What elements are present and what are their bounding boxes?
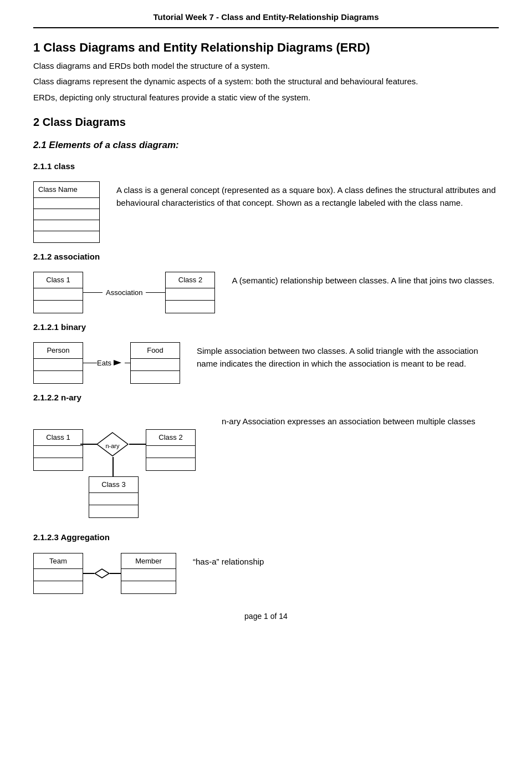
page-footer: page 1 of 14 <box>33 611 499 622</box>
assoc-desc-text: A (semantic) relationship between classe… <box>232 274 499 287</box>
aggregation-diagram: Team Member <box>33 553 176 595</box>
arrow-triangle-icon <box>114 359 122 367</box>
binary-diagram-section: Person Eats Food Simple association betw… <box>33 342 499 384</box>
class-diagram-section: Class Name A class is a general concept … <box>33 181 499 243</box>
section-2121-heading: 2.1.2.1 binary <box>33 321 499 334</box>
nary-class3-attrs <box>89 493 138 505</box>
agg-assoc-diagram: Team Member <box>33 553 176 595</box>
assoc-line-left <box>83 292 103 293</box>
intro-p3: ERDs, depicting only structural features… <box>33 92 499 104</box>
binary-description: Simple association between two classes. … <box>197 342 499 374</box>
assoc-line-right <box>146 292 165 293</box>
nary-container: Class 1 n-ary Class 2 <box>33 413 205 524</box>
assoc-class2-label: Class 2 <box>166 272 214 288</box>
person-methods <box>34 371 83 383</box>
intro-p1: Class diagrams and ERDs both model the s… <box>33 60 499 73</box>
nary-class2-attrs <box>146 446 195 458</box>
assoc-class2-attrs <box>166 288 214 301</box>
team-label: Team <box>34 553 83 570</box>
association-diagram-section: Class 1 Association Class 2 A (semantic)… <box>33 272 499 313</box>
person-label: Person <box>34 343 83 359</box>
nary-diagram: Class 1 n-ary Class 2 <box>33 413 205 524</box>
class-name-box: Class Name <box>33 181 100 243</box>
binary-line-left <box>83 363 97 364</box>
assoc-class2-methods <box>166 301 214 313</box>
nary-vert-line <box>112 457 114 476</box>
member-label: Member <box>121 553 176 570</box>
nary-class1-box: Class 1 <box>33 429 83 471</box>
member-box: Member <box>121 553 176 595</box>
nary-diagram-section: Class 1 n-ary Class 2 <box>33 413 499 524</box>
aggregation-diamond-icon <box>94 568 110 578</box>
page-number: page 1 of 14 <box>244 612 288 621</box>
assoc-diagram: Class 1 Association Class 2 <box>33 272 215 313</box>
agg-desc-text: “has-a” relationship <box>193 555 499 568</box>
food-box: Food <box>130 342 180 384</box>
section-212-heading: 2.1.2 association <box>33 251 499 263</box>
nary-class2-box: Class 2 <box>146 429 196 471</box>
nary-class2-label: Class 2 <box>146 430 195 446</box>
intro-p2: Class diagrams represent the dynamic asp… <box>33 75 499 88</box>
aggregation-diagram-section: Team Member “has-a” relationship <box>33 553 499 595</box>
eats-label: Eats <box>97 358 111 369</box>
class-name-label: Class Name <box>34 182 99 198</box>
agg-line-left <box>83 573 94 574</box>
assoc-label: Association <box>106 287 142 298</box>
nary-line-left <box>80 444 97 445</box>
assoc-class1-label: Class 1 <box>34 272 83 288</box>
nary-diamond-container: n-ary <box>96 431 129 461</box>
nary-class3-methods <box>89 505 138 517</box>
binary-assoc-diagram: Person Eats Food <box>33 342 180 384</box>
section-21-heading: 2.1 Elements of a class diagram: <box>33 138 499 153</box>
section-2-heading: 2 Class Diagrams <box>33 114 499 130</box>
section-2122-heading: 2.1.2.2 n-ary <box>33 392 499 404</box>
assoc-class2-box: Class 2 <box>165 272 215 313</box>
food-attrs <box>131 359 180 371</box>
class-method-row1 <box>34 220 99 231</box>
binary-diagram: Person Eats Food <box>33 342 180 384</box>
food-methods <box>131 371 180 383</box>
binary-desc-text: Simple association between two classes. … <box>197 344 499 370</box>
member-attrs <box>121 569 176 581</box>
assoc-class1-methods <box>34 301 83 313</box>
nary-class1-label: Class 1 <box>34 430 83 446</box>
nary-desc-text: n-ary Association expresses an associati… <box>222 415 499 428</box>
main-heading: 1 Class Diagrams and Entity Relationship… <box>33 38 499 57</box>
nary-class1-attrs <box>34 446 83 458</box>
class-desc-text: A class is a general concept (represente… <box>116 184 499 210</box>
page-header: Tutorial Week 7 - Class and Entity-Relat… <box>33 11 499 28</box>
person-attrs <box>34 359 83 371</box>
team-box: Team <box>33 553 83 595</box>
nary-class2-methods <box>146 458 195 470</box>
assoc-class1-box: Class 1 <box>33 272 83 313</box>
nary-class3-label: Class 3 <box>89 477 138 493</box>
person-box: Person <box>33 342 83 384</box>
nary-class1-methods <box>34 458 83 470</box>
class-description: A class is a general concept (represente… <box>116 181 499 213</box>
agg-line-right <box>110 573 121 574</box>
assoc-description: A (semantic) relationship between classe… <box>232 272 499 290</box>
food-label: Food <box>131 343 180 359</box>
member-methods <box>121 581 176 593</box>
assoc-class1-attrs <box>34 288 83 301</box>
class-name-diagram: Class Name <box>33 181 100 243</box>
class-attr-row1 <box>34 198 99 209</box>
agg-description: “has-a” relationship <box>193 553 499 571</box>
binary-line-right <box>125 363 130 364</box>
nary-description: n-ary Association expresses an associati… <box>222 413 499 431</box>
association-diagram: Class 1 Association Class 2 <box>33 272 215 313</box>
svg-marker-0 <box>114 360 121 365</box>
nary-line-right <box>129 444 146 445</box>
section-2123-heading: 2.1.2.3 Aggregation <box>33 531 499 544</box>
team-methods <box>34 581 83 593</box>
svg-marker-2 <box>95 569 109 578</box>
nary-class3-box: Class 3 <box>89 476 139 518</box>
nary-diamond-label: n-ary <box>105 441 119 451</box>
team-attrs <box>34 569 83 581</box>
section-211-heading: 2.1.1 class <box>33 160 499 173</box>
class-method-row2 <box>34 231 99 242</box>
class-attr-row2 <box>34 209 99 220</box>
